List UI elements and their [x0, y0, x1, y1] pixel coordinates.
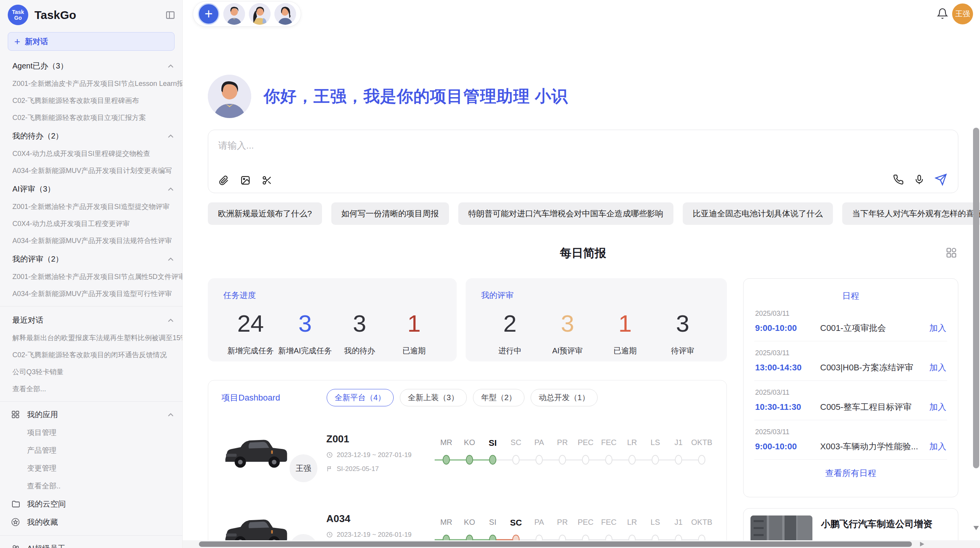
stat-value: 1: [596, 310, 654, 337]
apps-view-all[interactable]: 查看全部..: [0, 477, 182, 495]
new-chat-button[interactable]: + 新对话: [8, 32, 175, 51]
project-dates-row: 2023-12-19 ~ 2026-01-19: [326, 531, 435, 539]
sidebar-task-item[interactable]: C02-飞腾新能源轻客改款项目里程碑画布: [0, 92, 182, 109]
recent-chat-item[interactable]: 公司Q3轻卡销量: [0, 363, 182, 380]
card-title: 我的评审: [481, 290, 711, 301]
milestone-cells: MR KO SI SC PA PR PEC FEC LR LS: [435, 438, 713, 468]
suggestion-chip[interactable]: 如何写一份清晰的项目周报: [331, 202, 449, 225]
dashboard-title: 项目Dashboard: [221, 392, 280, 404]
suggestion-chip[interactable]: 比亚迪全固态电池计划具体说了什么: [683, 202, 833, 225]
schedule-event-title: C005-整车工程目标评审: [820, 401, 925, 413]
milestone-dot: [605, 455, 613, 465]
layout-toggle-icon[interactable]: [945, 247, 958, 259]
sidebar-task-item[interactable]: C0X4-动力总成开发项目SI里程碑提交物检查: [0, 145, 182, 162]
my-apps-header[interactable]: 我的应用: [0, 406, 182, 424]
sidebar-task-item[interactable]: A034-全新新能源MUV产品开发项目计划变更表编写: [0, 162, 182, 179]
chevron-up-icon[interactable]: [168, 413, 174, 417]
milestone-dot: [512, 455, 520, 465]
horizontal-scrollbar[interactable]: [183, 540, 980, 548]
schedule-date: 2025/03/11: [755, 349, 946, 357]
logo-line1: Task: [12, 9, 24, 15]
stat-label: 新增AI完成任务: [278, 346, 332, 356]
milestone-dot: [629, 455, 636, 465]
join-link[interactable]: 加入: [929, 322, 946, 334]
scroll-right-arrow-icon[interactable]: [920, 542, 924, 546]
tab-model-year[interactable]: 年型（2）: [473, 389, 524, 406]
clock-icon: [326, 531, 333, 538]
attachment-icon[interactable]: [218, 175, 229, 186]
voice-call-icon[interactable]: [893, 174, 904, 185]
stat-label: 进行中: [481, 346, 539, 356]
insert-image-icon[interactable]: [240, 175, 251, 186]
main-content: 你好，王强，我是你的项目管理助理 小识: [183, 0, 980, 548]
project-date-range: 2023-12-19 ~ 2027-01-19: [337, 451, 411, 459]
recent-view-all[interactable]: 查看全部...: [0, 380, 182, 397]
sidebar-task-item[interactable]: C02-飞腾新能源轻客改款项目立项汇报方案: [0, 109, 182, 126]
stat-value: 1: [387, 310, 441, 337]
app-item-product-mgmt[interactable]: 产品管理: [0, 442, 182, 459]
recent-chat-item[interactable]: C02-飞腾新能源轻客改款项目的闭环通告反馈情况: [0, 346, 182, 363]
suggestion-chips: 欧洲新规最近颁布了什么? 如何写一份清晰的项目周报 特朗普可能对进口汽车增税会对…: [208, 202, 958, 225]
my-cloud-space[interactable]: 我的云空间: [0, 495, 182, 513]
section-ai-review[interactable]: AI评审（3）: [0, 179, 182, 198]
greeting-text: 你好，王强，我是你的项目管理助理 小识: [264, 86, 568, 107]
sidebar-task-item[interactable]: Z001-全新燃油轻卡产品开发项目SI节点属性5D文件评审: [0, 268, 182, 285]
sidebar-task-item[interactable]: A034-全新新能源MUV产品开发项目造型可行性评审: [0, 285, 182, 302]
tab-new-body[interactable]: 全新上装（3）: [400, 389, 467, 406]
chevron-up-icon[interactable]: [168, 134, 174, 138]
scroll-down-arrow-icon[interactable]: [973, 526, 979, 530]
join-link[interactable]: 加入: [929, 401, 946, 413]
send-icon[interactable]: [935, 173, 947, 186]
owner-name: 王强: [296, 463, 311, 474]
app-item-project-mgmt[interactable]: 项目管理: [0, 424, 182, 442]
suggestion-chip[interactable]: 特朗普可能对进口汽车增税会对中国车企造成哪些影响: [458, 202, 673, 225]
tab-new-platform[interactable]: 全新平台（4）: [327, 389, 394, 406]
suggestion-chip[interactable]: 欧洲新规最近颁布了什么?: [208, 202, 322, 225]
sidebar-task-item[interactable]: Z001-全新燃油皮卡产品开发项目SI节点Lesson Learn报告: [0, 75, 182, 92]
briefing-columns: 任务进度 24 新增完成任务 3 新增AI完成任务: [208, 278, 958, 548]
microphone-icon[interactable]: [914, 174, 925, 185]
stat: 2 进行中: [481, 310, 539, 356]
sidebar-task-item[interactable]: Z001-全新燃油轻卡产品开发项目SI造型提交物评审: [0, 198, 182, 215]
schedule-date: 2025/03/11: [755, 310, 946, 318]
chevron-up-icon[interactable]: [168, 257, 174, 261]
view-all-schedule-link[interactable]: 查看所有日程: [754, 460, 947, 487]
chevron-up-icon[interactable]: [168, 64, 174, 68]
vertical-scrollbar-thumb[interactable]: [973, 128, 979, 468]
sidebar-scroll-area: Agent已办（3） Z001-全新燃油皮卡产品开发项目SI节点Lesson L…: [0, 56, 182, 548]
chat-input[interactable]: [208, 130, 733, 165]
stat-value: 24: [223, 310, 278, 337]
join-link[interactable]: 加入: [929, 441, 946, 452]
my-favorites-label: 我的收藏: [27, 517, 174, 527]
join-link[interactable]: 加入: [929, 362, 946, 373]
sidebar-task-item[interactable]: C0X4-动力总成开发项目工程变更评审: [0, 215, 182, 232]
tool-label: AI超级员工: [27, 543, 174, 548]
collapse-sidebar-icon[interactable]: [165, 10, 175, 20]
project-row[interactable]: 王强 Z001 2023-12-19 ~ 2027-01-19: [221, 420, 713, 486]
section-agent-done[interactable]: Agent已办（3）: [0, 56, 182, 75]
tab-powertrain[interactable]: 动总开发（1）: [531, 389, 598, 406]
stat: 1 已逾期: [596, 310, 654, 356]
section-recent-chats[interactable]: 最近对话: [0, 310, 182, 329]
app-item-change-mgmt[interactable]: 变更管理: [0, 459, 182, 477]
stat-value: 2: [481, 310, 539, 337]
project-dashboard-card: 项目Dashboard 全新平台（4） 全新上装（3） 年型（2） 动总开发（1…: [208, 380, 727, 548]
sidebar-task-item[interactable]: A034-全新新能源MUV产品开发项目法规符合性评审: [0, 232, 182, 249]
recent-chat-item[interactable]: 解释最新出台的欧盟报废车法规再生塑料比例被调至15%...: [0, 329, 182, 346]
chevron-up-icon[interactable]: [168, 319, 174, 322]
section-my-todo[interactable]: 我的待办（2）: [0, 126, 182, 145]
chevron-up-icon[interactable]: [168, 187, 174, 191]
assistant-avatar: [208, 75, 251, 118]
app-window: Task Go TaskGo + 新对话 Agent已办（3） Z001-全新燃…: [0, 0, 980, 548]
composer-right-tools: [893, 173, 947, 186]
stat-label: AI预评审: [539, 346, 596, 356]
flag-icon: [326, 466, 333, 472]
tool-ai-super-staff[interactable]: AI超级员工: [0, 539, 182, 548]
divider: [0, 306, 182, 307]
scissors-icon[interactable]: [262, 175, 272, 186]
section-my-review[interactable]: 我的评审（2）: [0, 249, 182, 268]
my-favorites[interactable]: 我的收藏: [0, 513, 182, 531]
section-title: 我的待办（2）: [12, 131, 168, 141]
horizontal-scrollbar-thumb[interactable]: [199, 541, 912, 547]
suggestion-chip[interactable]: 当下年轻人对汽车外观有怎样的喜好趋势: [842, 202, 980, 225]
